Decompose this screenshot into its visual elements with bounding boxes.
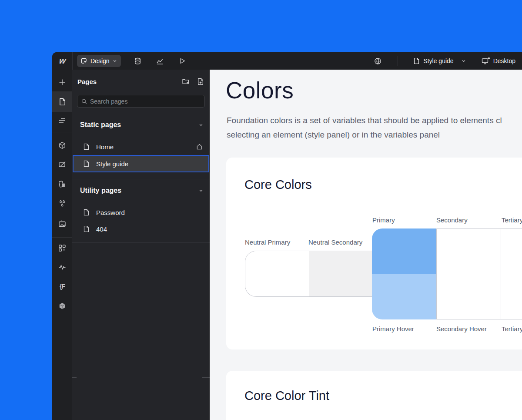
droplets-icon [58,199,67,208]
desktop-breakpoint-icon [482,57,490,65]
swatches-icon [58,180,67,188]
panel-title: Pages [77,78,97,85]
section-static-pages[interactable]: Static pages [72,118,210,131]
swatch-label-primary[interactable]: Primary [372,216,395,224]
swatch-primary-hover[interactable] [372,274,436,319]
swatch-label-neutral-primary[interactable]: Neutral Primary [245,239,290,246]
folder-plus-icon [182,77,190,85]
add-folder-button[interactable] [181,77,190,86]
neutral-swatch-row[interactable] [245,251,372,297]
assets-button[interactable] [52,215,72,233]
divider [72,242,210,243]
play-icon [178,57,186,65]
swatches-button[interactable] [52,175,72,193]
apps-icon [58,244,67,252]
webflow-logo-button[interactable]: w [52,52,72,70]
search-pages-box[interactable] [77,95,205,108]
add-elements-button[interactable] [52,74,72,91]
preview-button[interactable] [177,56,187,66]
page-selector-dropdown[interactable]: Style guide [413,57,465,64]
divider [72,113,210,113]
swatch-neutral-primary[interactable] [245,251,309,296]
page-row-password[interactable]: Password [73,204,209,221]
design-cursor-icon [80,57,87,64]
libraries-cube-icon [58,302,67,310]
design-mode-button[interactable]: Design [77,55,121,67]
designer-window: w Design [52,52,522,420]
design-mode-label: Design [90,57,110,64]
breakpoint-label: Desktop [493,57,515,64]
line-chart-icon [156,57,164,65]
swatch-neutral-secondary[interactable] [309,251,372,296]
swatch-label-tertiary-hover[interactable]: Tertiary Hover [502,325,522,333]
page-row-home[interactable]: Home [73,138,209,155]
page-plus-icon [197,78,204,85]
webflow-logo-icon: w [58,56,66,66]
panel-resize-tick[interactable] [72,377,77,378]
swatch-label-neutral-secondary[interactable]: Neutral Secondary [308,239,362,246]
pulse-icon [58,263,67,272]
divider [52,237,72,238]
page-row-404[interactable]: 404 [73,221,209,237]
components-button[interactable] [52,137,72,154]
fonts-variables-button[interactable]: {F [52,278,72,295]
canvas-page-title[interactable]: Colors [226,77,294,104]
breakpoint-selector[interactable]: Desktop [482,57,515,65]
audit-button[interactable] [52,259,72,276]
swatch-tertiary[interactable] [501,228,522,274]
swatch-primary[interactable] [372,228,436,274]
chevron-down-icon [462,59,466,63]
divider [72,179,210,179]
publish-globe-button[interactable] [372,56,383,66]
core-color-tint-card[interactable]: Core Color Tint [226,371,522,420]
page-icon [83,225,90,232]
mode-controls: Design [73,55,187,67]
swatch-secondary-hover[interactable] [436,274,501,319]
navigator-button[interactable] [52,112,72,129]
database-icon [134,57,142,65]
chevron-down-icon [113,59,117,63]
navigator-icon [58,116,67,125]
swatch-secondary[interactable] [436,228,501,274]
page-row-style-guide[interactable]: Style guide [73,155,209,172]
apps-button[interactable] [52,239,72,257]
page-icon [58,98,66,106]
libraries-button[interactable] [52,297,72,315]
search-icon [81,98,87,104]
canvas-description-line2[interactable]: selecting an element (style panel) or in… [227,130,440,140]
core-color-tint-title[interactable]: Core Color Tint [244,389,329,403]
left-toolbar-rail: {F [52,70,72,420]
chevron-down-icon [198,122,204,128]
style-manager-button[interactable] [52,156,72,173]
page-row-label: Home [96,143,189,151]
page-icon [413,57,420,64]
core-colors-title[interactable]: Core Colors [244,178,312,192]
home-icon [196,143,203,151]
page-icon [83,143,90,150]
page-row-label: Style guide [96,160,202,168]
swatch-label-tertiary[interactable]: Tertiary [502,216,522,224]
swatch-label-secondary-hover[interactable]: Secondary Hover [436,325,487,333]
cms-button[interactable] [133,56,143,66]
analytics-button[interactable] [155,56,165,66]
page-icon [83,160,90,167]
divider [398,56,398,66]
pages-panel-button[interactable] [52,91,72,112]
canvas-description-line1[interactable]: Foundation colors is a set of variables … [227,116,502,125]
search-pages-input[interactable] [90,98,201,105]
components-cube-icon [58,141,67,150]
page-row-label: 404 [96,225,203,233]
design-canvas[interactable]: Colors Foundation colors is a set of var… [210,70,522,420]
swatch-label-secondary[interactable]: Secondary [436,216,468,224]
variables-button[interactable] [52,195,72,212]
swatch-label-primary-hover[interactable]: Primary Hover [372,325,414,333]
pages-panel-header: Pages [72,75,210,88]
page-row-label: Password [96,209,203,216]
chevron-down-icon [198,188,204,193]
add-page-button[interactable] [196,77,204,86]
swatch-tertiary-hover[interactable] [501,274,522,319]
section-utility-pages[interactable]: Utility pages [72,184,210,197]
panel-resize-tick[interactable] [202,377,210,378]
brace-f-icon: {F [60,283,65,290]
image-brush-icon [58,160,67,169]
